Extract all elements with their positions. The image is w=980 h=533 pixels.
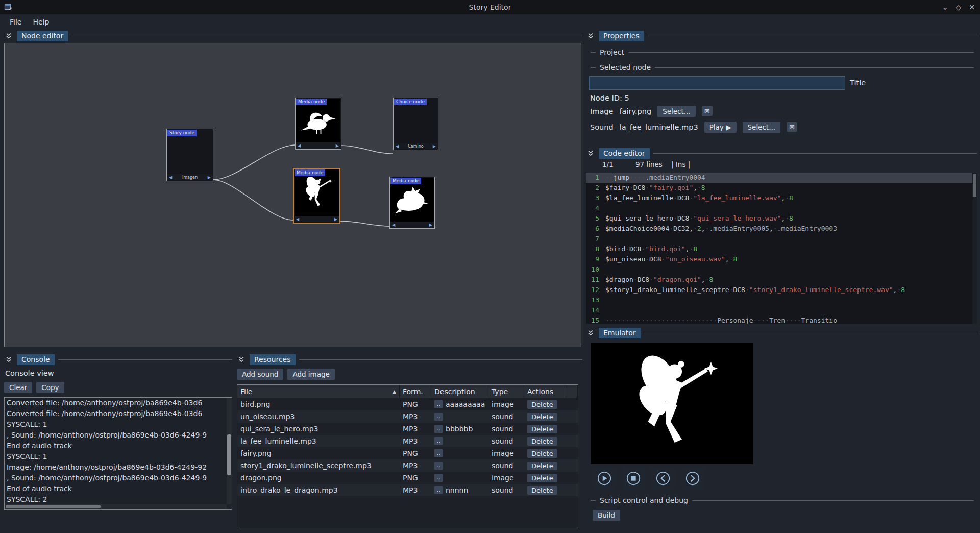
edit-description-button[interactable]: ..	[434, 486, 443, 494]
column-header-actions[interactable]: Actions	[524, 385, 567, 398]
delete-button[interactable]: Delete	[527, 486, 557, 495]
column-header-description[interactable]: Description	[431, 385, 488, 398]
emulator-step-back-button[interactable]	[651, 467, 675, 490]
media-node-dragon[interactable]: Media node ◀ ▶	[389, 177, 435, 229]
collapse-code-editor-button[interactable]	[586, 149, 595, 158]
edit-description-button[interactable]: ..	[434, 449, 443, 457]
play-sound-button[interactable]: Play ▶	[704, 122, 737, 133]
code-line[interactable]: 10	[586, 264, 977, 275]
code-line[interactable]: 9$un_oiseau·DC8·"un_oiseau.wav",·8	[586, 254, 977, 264]
delete-button[interactable]: Delete	[527, 413, 557, 421]
window-controls: ⌄ ◇ ✕	[942, 0, 975, 14]
input-port-icon[interactable]: ◀	[396, 144, 399, 149]
code-line[interactable]: 14	[586, 305, 977, 316]
table-row[interactable]: dragon.pngPNG..imageDelete	[237, 472, 578, 484]
delete-button[interactable]: Delete	[527, 449, 557, 458]
code-line[interactable]: 13	[586, 295, 977, 305]
scrollbar-thumb[interactable]	[973, 174, 976, 197]
column-header-type[interactable]: Type	[488, 385, 524, 398]
console-horizontal-scrollbar[interactable]	[5, 504, 227, 509]
column-header-format[interactable]: Form.	[400, 385, 431, 398]
select-image-button[interactable]: Select...	[657, 106, 696, 117]
output-port-icon[interactable]: ▶	[334, 217, 337, 222]
edit-description-button[interactable]: ..	[434, 474, 443, 482]
title-input[interactable]	[589, 76, 845, 90]
emulator-step-forward-button[interactable]	[681, 467, 704, 490]
select-sound-button[interactable]: Select...	[743, 122, 781, 133]
code-line[interactable]: 6$mediaChoice0004·DC32,·2,·.mediaEntry00…	[586, 224, 977, 234]
build-button[interactable]: Build	[593, 510, 620, 521]
media-node-fairy[interactable]: Media node ◀ ▶	[293, 168, 340, 224]
panel-title-properties: Properties	[599, 31, 644, 41]
node-footer-label: Imagen	[182, 175, 198, 180]
close-button[interactable]: ✕	[969, 4, 975, 11]
choice-node[interactable]: Choice node ◀ Camino ▶	[393, 98, 438, 150]
input-port-icon[interactable]: ◀	[298, 143, 301, 148]
line-number: 6	[586, 224, 605, 234]
line-number: 7	[586, 234, 605, 244]
output-port-icon[interactable]: ▶	[429, 223, 432, 227]
delete-button[interactable]: Delete	[527, 437, 557, 446]
code-line[interactable]: 4	[586, 203, 977, 213]
output-port-icon[interactable]: ▶	[336, 143, 339, 148]
add-image-button[interactable]: Add image	[287, 369, 334, 380]
table-row[interactable]: fairy.pngPNG..imageDelete	[237, 447, 578, 459]
edit-description-button[interactable]: ..	[434, 437, 443, 445]
edit-description-button[interactable]: ..	[434, 400, 443, 408]
table-row[interactable]: la_fee_luminelle.mp3MP3..soundDelete	[237, 435, 578, 447]
code-line[interactable]: 1··jump····.mediaEntry0004	[586, 173, 977, 183]
table-row[interactable]: un_oiseau.mp3MP3..soundDelete	[237, 410, 578, 423]
input-port-icon[interactable]: ◀	[296, 217, 299, 222]
table-row[interactable]: story1_drako_luminelle_sceptre.mp3MP3..s…	[237, 459, 578, 472]
copy-console-button[interactable]: Copy	[36, 382, 64, 393]
delete-button[interactable]: Delete	[527, 425, 557, 433]
edit-description-button[interactable]: ..	[434, 413, 443, 421]
collapse-console-button[interactable]	[4, 355, 13, 364]
emulator-play-button[interactable]	[593, 467, 616, 490]
table-row[interactable]: bird.pngPNG..aaaaaaaaaimageDelete	[237, 398, 578, 410]
code-line[interactable]: 15····························Personaje·…	[586, 316, 977, 324]
clear-console-button[interactable]: Clear	[4, 382, 32, 393]
delete-button[interactable]: Delete	[527, 474, 557, 482]
code-line[interactable]: 12$story1_drako_luminelle_sceptre·DC8·"s…	[586, 285, 977, 295]
code-line[interactable]: 11$dragon·DC8·"dragon.qoi",·8	[586, 275, 977, 285]
clear-image-button[interactable]: ⊠	[702, 106, 713, 116]
output-port-icon[interactable]: ▶	[433, 144, 436, 149]
delete-button[interactable]: Delete	[527, 400, 557, 409]
code-editor-scrollbar[interactable]	[972, 173, 977, 324]
code-line[interactable]: 3$la_fee_luminelle·DC8·"la_fee_luminelle…	[586, 193, 977, 203]
input-port-icon[interactable]: ◀	[169, 175, 172, 180]
add-sound-button[interactable]: Add sound	[237, 369, 283, 380]
media-node-bird[interactable]: Media node ◀ ▶	[295, 98, 341, 150]
output-port-icon[interactable]: ▶	[208, 175, 211, 180]
scrollbar-thumb[interactable]	[227, 434, 231, 475]
table-row[interactable]: qui_sera_le_hero.mp3MP3..bbbbbbsoundDele…	[237, 423, 578, 435]
edit-description-button[interactable]: ..	[434, 462, 443, 470]
maximize-button[interactable]: ◇	[955, 4, 961, 11]
collapse-node-editor-button[interactable]	[4, 31, 13, 40]
console-vertical-scrollbar[interactable]	[227, 398, 232, 504]
code-line[interactable]: 5$qui_sera_le_hero·DC8·"qui_sera_le_hero…	[586, 213, 977, 224]
menu-file[interactable]: File	[4, 16, 27, 28]
input-port-icon[interactable]: ◀	[392, 223, 395, 227]
code-line[interactable]: 7	[586, 234, 977, 244]
collapse-resources-button[interactable]	[237, 355, 246, 364]
scrollbar-thumb[interactable]	[6, 505, 101, 508]
node-type-tag: Media node	[296, 99, 327, 105]
code-editor-area[interactable]: 1··jump····.mediaEntry00042$fairy·DC8·"f…	[586, 173, 977, 324]
edit-description-button[interactable]: ..	[434, 425, 443, 433]
cell-spacer	[567, 398, 578, 410]
collapse-properties-button[interactable]	[586, 31, 595, 40]
table-row[interactable]: intro_drako_le_dragon.mp3MP3..nnnnnsound…	[237, 484, 578, 496]
collapse-emulator-button[interactable]	[586, 328, 595, 337]
emulator-stop-button[interactable]	[622, 467, 645, 490]
minimize-button[interactable]: ⌄	[942, 4, 948, 11]
delete-button[interactable]: Delete	[527, 462, 557, 470]
code-line[interactable]: 8$bird·DC8·"bird.qoi",·8	[586, 244, 977, 254]
code-line[interactable]: 2$fairy·DC8·"fairy.qoi",·8	[586, 183, 977, 193]
node-editor-canvas[interactable]: Story node ◀ Imagen ▶ Media node ◀ ▶ Cho…	[4, 43, 581, 347]
column-header-file[interactable]: File▲	[237, 385, 400, 398]
story-node[interactable]: Story node ◀ Imagen ▶	[166, 129, 213, 181]
menu-help[interactable]: Help	[27, 16, 55, 28]
clear-sound-button[interactable]: ⊠	[787, 122, 797, 132]
